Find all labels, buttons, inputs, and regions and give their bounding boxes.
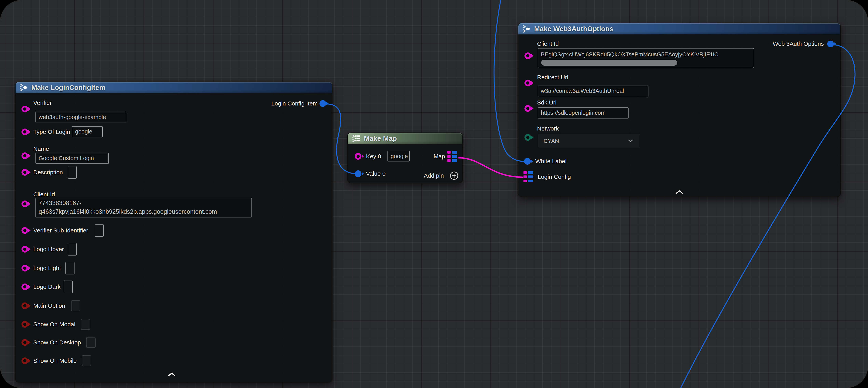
- pin-label-verifier: Verifier: [33, 99, 52, 106]
- verifier-field[interactable]: web3auth-google-example: [35, 112, 126, 122]
- input-pin-description[interactable]: [22, 169, 28, 176]
- show-on-mobile-checkbox[interactable]: [82, 355, 91, 366]
- verifier-sub-identifier-field[interactable]: [95, 224, 104, 237]
- pin-label-network: Network: [537, 125, 559, 132]
- input-pin-show-on-mobile[interactable]: [22, 357, 28, 364]
- pin-label-name: Name: [33, 146, 49, 152]
- node-title: Make LoginConfigItem: [31, 84, 105, 91]
- pin-label-type-of-login: Type Of Login: [33, 128, 70, 135]
- pin-label-client-id: Client Id: [33, 191, 55, 198]
- input-pin-type-of-login[interactable]: [22, 128, 28, 135]
- pin-label-logo-dark: Logo Dark: [33, 283, 61, 290]
- pin-label-show-on-modal: Show On Modal: [33, 321, 75, 328]
- input-pin-logo-hover[interactable]: [22, 246, 28, 252]
- make-struct-icon: [20, 84, 28, 91]
- add-pin-icon[interactable]: [450, 171, 459, 180]
- redirect-url-field[interactable]: w3a://com.w3a.Web3AuthUnreal: [538, 86, 648, 97]
- make-map-icon: [352, 135, 361, 142]
- input-pin-main-option[interactable]: [22, 302, 28, 309]
- node-header[interactable]: Make LoginConfigItem: [16, 82, 332, 93]
- input-pin-logo-dark[interactable]: [22, 283, 28, 290]
- node-title: Make Web3AuthOptions: [534, 25, 613, 33]
- input-pin-logo-light[interactable]: [22, 265, 28, 271]
- output-pin-web3auth-options[interactable]: [827, 40, 834, 47]
- type-of-login-field[interactable]: google: [72, 126, 103, 138]
- client-id-text: BEglQSgt4cUWcj6SKRdu5QkOXTsePmMcusG5EAoy…: [541, 51, 718, 58]
- network-dropdown[interactable]: CYAN: [538, 134, 640, 148]
- node-header[interactable]: Make Map: [348, 133, 462, 144]
- pin-label-client-id: Client Id: [537, 40, 559, 47]
- add-pin-label: Add pin: [424, 172, 444, 179]
- input-pin-client-id[interactable]: [22, 201, 28, 207]
- blueprint-canvas[interactable]: Make LoginConfigItem Login Config Item V…: [0, 0, 868, 388]
- pin-label-logo-hover: Logo Hover: [33, 246, 64, 252]
- network-selected-value: CYAN: [544, 138, 559, 144]
- pin-label-description: Description: [33, 169, 63, 176]
- node-header[interactable]: Make Web3AuthOptions: [518, 23, 840, 34]
- input-pin-network[interactable]: [524, 134, 531, 141]
- pin-label-white-label: White Label: [535, 158, 566, 165]
- input-pin-client-id[interactable]: [524, 53, 531, 59]
- input-pin-redirect-url[interactable]: [524, 80, 531, 86]
- node-make-web3authoptions[interactable]: Make Web3AuthOptions Web 3Auth Options C…: [518, 23, 840, 197]
- name-field[interactable]: Google Custom Login: [35, 153, 109, 164]
- logo-dark-field[interactable]: [64, 280, 73, 293]
- pin-label-value0: Value 0: [366, 170, 386, 177]
- input-pin-name[interactable]: [22, 152, 28, 159]
- make-struct-icon: [522, 25, 531, 33]
- output-pin-map[interactable]: [447, 151, 457, 162]
- pin-label-map: Map: [434, 153, 445, 160]
- node-make-loginconfigitem[interactable]: Make LoginConfigItem Login Config Item V…: [16, 82, 332, 382]
- node-make-map[interactable]: Make Map Key 0 google Map Value 0 Add pi…: [348, 133, 462, 183]
- pin-label-show-on-desktop: Show On Desktop: [33, 339, 81, 346]
- pin-label-logo-light: Logo Light: [33, 265, 61, 271]
- description-field[interactable]: [68, 166, 77, 179]
- wire-map-to-login-config[interactable]: [459, 158, 523, 177]
- logo-hover-field[interactable]: [68, 243, 77, 256]
- input-pin-verifier[interactable]: [22, 106, 28, 112]
- collapse-chevron-icon[interactable]: [676, 190, 683, 194]
- input-pin-verifier-sub-identifier[interactable]: [22, 227, 28, 234]
- input-pin-show-on-desktop[interactable]: [22, 339, 28, 346]
- collapse-chevron-icon[interactable]: [168, 372, 176, 377]
- pin-label-main-option: Main Option: [33, 302, 65, 309]
- pin-label-sdk-url: Sdk Url: [537, 99, 556, 106]
- pin-label-key0: Key 0: [366, 153, 381, 160]
- input-pin-sdk-url[interactable]: [524, 105, 531, 112]
- sdk-url-field[interactable]: https://sdk.openlogin.com: [538, 108, 628, 118]
- input-pin-key0[interactable]: [355, 153, 362, 160]
- client-id-field[interactable]: BEglQSgt4cUWcj6SKRdu5QkOXTsePmMcusG5EAoy…: [538, 48, 754, 68]
- pin-label-verifier-sub-identifier: Verifier Sub Identifier: [33, 227, 88, 234]
- input-pin-white-label[interactable]: [524, 158, 531, 165]
- input-pin-show-on-modal[interactable]: [22, 321, 28, 328]
- input-pin-value0[interactable]: [355, 170, 362, 177]
- node-body: [16, 93, 332, 382]
- client-id-field[interactable]: 774338308167-q463s7kpvja16l4l0kko3nb925i…: [35, 198, 252, 217]
- input-pin-login-config[interactable]: [524, 171, 533, 182]
- blueprint-editor: { "canvas": {"background": "#2a2b2d", "f…: [0, 0, 868, 388]
- node-body: [348, 144, 462, 183]
- show-on-modal-checkbox[interactable]: [81, 319, 90, 330]
- node-title: Make Map: [364, 135, 397, 142]
- show-on-desktop-checkbox[interactable]: [86, 337, 96, 348]
- pin-label-redirect-url: Redirect Url: [537, 74, 568, 81]
- logo-light-field[interactable]: [65, 262, 74, 274]
- chevron-down-icon: [628, 139, 633, 143]
- pin-label-show-on-mobile: Show On Mobile: [33, 357, 77, 364]
- pin-label-login-config-item: Login Config Item: [271, 100, 318, 107]
- key0-field[interactable]: google: [388, 151, 410, 161]
- output-pin-login-config-item[interactable]: [319, 100, 326, 107]
- main-option-checkbox[interactable]: [71, 300, 81, 311]
- field-horizontal-scrollbar[interactable]: [541, 60, 677, 66]
- pin-label-login-config: Login Config: [538, 174, 571, 180]
- pin-label-web3auth-options: Web 3Auth Options: [773, 40, 824, 47]
